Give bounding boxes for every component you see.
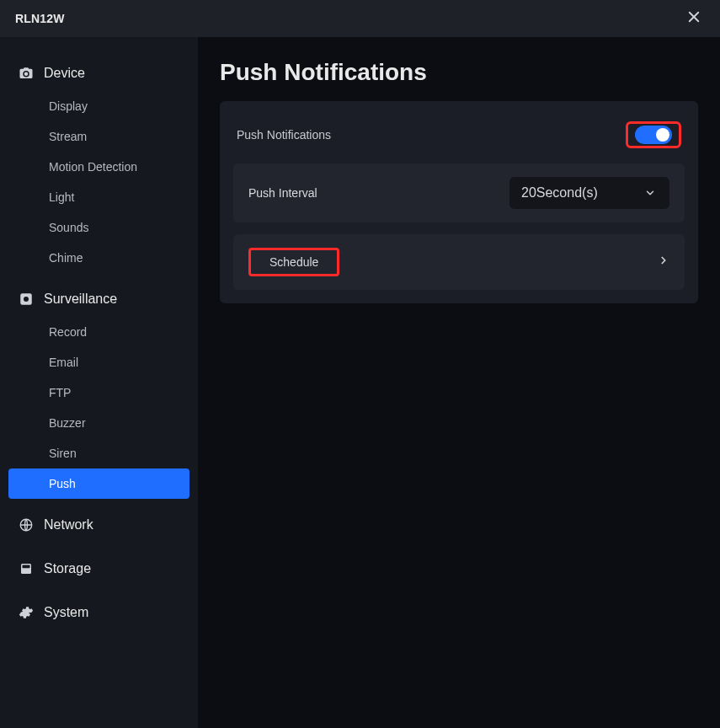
sidebar-item-siren[interactable]: Siren [8,438,189,468]
sidebar-group-system: System [0,595,198,630]
svg-point-3 [24,297,29,302]
device-title: RLN12W [15,12,65,25]
sidebar-header-label: Storage [44,561,91,576]
sidebar-item-stream[interactable]: Stream [8,121,189,152]
sidebar-item-email[interactable]: Email [8,347,189,377]
sidebar-item-ftp[interactable]: FTP [8,377,189,408]
sidebar-group-device: DeviceDisplayStreamMotion DetectionLight… [0,56,198,273]
sidebar-item-record[interactable]: Record [8,317,189,347]
sidebar-header-label: Surveillance [44,292,117,307]
push-toggle-row: Push Notifications [233,115,685,155]
page-title: Push Notifications [220,59,698,86]
schedule-label: Schedule [269,255,318,269]
record-icon [19,292,34,307]
sidebar-header-device[interactable]: Device [0,56,198,91]
settings-body: DeviceDisplayStreamMotion DetectionLight… [0,37,720,728]
disk-icon [19,561,34,576]
sidebar-items-surveillance: RecordEmailFTPBuzzerSirenPush [0,317,198,499]
main-content: Push Notifications Push Notifications Pu… [198,37,720,728]
svg-rect-6 [23,565,30,569]
close-icon [686,9,701,24]
push-interval-label: Push Interval [248,186,317,200]
push-interval-value: 20Second(s) [521,185,598,201]
toggle-knob [656,128,669,142]
sidebar-item-display[interactable]: Display [8,91,189,121]
sidebar-group-surveillance: SurveillanceRecordEmailFTPBuzzerSirenPus… [0,281,198,499]
camera-icon [19,66,34,81]
sidebar: DeviceDisplayStreamMotion DetectionLight… [0,37,198,728]
sidebar-header-label: Device [44,66,85,81]
sidebar-item-push[interactable]: Push [8,468,189,499]
push-interval-row: Push Interval 20Second(s) [233,163,685,222]
sidebar-item-buzzer[interactable]: Buzzer [8,408,189,438]
chevron-down-icon [643,185,658,201]
sidebar-item-chime[interactable]: Chime [8,243,189,273]
titlebar: RLN12W [0,0,720,37]
sidebar-header-storage[interactable]: Storage [0,551,198,586]
sidebar-header-label: System [44,605,88,620]
sidebar-item-motion[interactable]: Motion Detection [8,152,189,182]
schedule-highlight: Schedule [248,248,339,276]
sidebar-items-device: DisplayStreamMotion DetectionLightSounds… [0,91,198,273]
gear-icon [19,605,34,620]
close-button[interactable] [686,9,705,28]
sidebar-group-storage: Storage [0,551,198,586]
sidebar-header-network[interactable]: Network [0,507,198,543]
globe-icon [19,517,34,533]
schedule-row[interactable]: Schedule [233,234,685,290]
chevron-right-icon [658,254,669,270]
sidebar-header-surveillance[interactable]: Surveillance [0,281,198,317]
push-toggle[interactable] [635,126,672,144]
push-toggle-highlight [626,121,681,148]
settings-window: RLN12W DeviceDisplayStreamMotion Detecti… [0,0,720,728]
sidebar-item-sounds[interactable]: Sounds [8,212,189,243]
sidebar-header-label: Network [44,517,93,533]
sidebar-group-network: Network [0,507,198,543]
sidebar-item-light[interactable]: Light [8,182,189,212]
sidebar-header-system[interactable]: System [0,595,198,630]
push-card: Push Notifications Push Interval 20Secon… [220,101,698,303]
push-toggle-label: Push Notifications [237,128,331,142]
push-interval-select[interactable]: 20Second(s) [509,177,669,209]
